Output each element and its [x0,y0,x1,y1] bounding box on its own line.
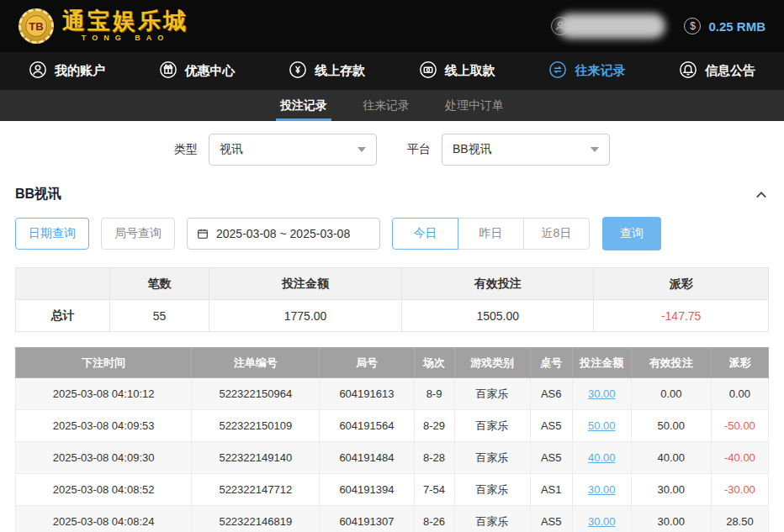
nav-item-promotions[interactable]: 优惠中心 [159,52,236,90]
transfer-records-icon [548,61,567,82]
summary-header-count: 笔数 [109,268,209,300]
tab-transaction-records[interactable]: 往来记录 [358,90,414,121]
tab-pending-orders[interactable]: 处理中订单 [441,90,508,121]
round-query-button[interactable]: 局号查询 [101,218,175,250]
cell-session: 8-28 [414,442,454,474]
date-range-input[interactable]: 2025-03-08 ~ 2025-03-08 [187,218,380,250]
summary-header-bet-amount: 投注金额 [209,268,402,300]
search-button[interactable]: 查询 [602,217,661,250]
announcement-icon [679,61,697,82]
quick-date-group: 今日 昨日 近8日 [392,218,590,250]
top-header: TB 通宝娱乐城 TONG BAO $ 0.25 RMB [0,0,784,52]
table-row: 2025-03-08 04:08:52 522322147712 6041913… [16,474,769,506]
nav-item-my-account[interactable]: 我的账户 [29,52,105,90]
today-button[interactable]: 今日 [392,218,458,250]
col-table-number: 桌号 [530,348,572,378]
yesterday-button[interactable]: 昨日 [458,218,524,250]
cell-order: 522322147712 [192,474,320,506]
cell-game: 百家乐 [454,474,530,506]
col-session: 场次 [414,348,454,378]
cell-order: 522322149140 [192,442,320,474]
bet-amount-link[interactable]: 50.00 [588,419,616,432]
type-dropdown-value: 视讯 [220,142,243,157]
logo[interactable]: TB 通宝娱乐城 TONG BAO [19,8,188,44]
date-query-button[interactable]: 日期查询 [15,218,89,250]
nav-item-label: 往来记录 [575,63,625,79]
type-dropdown[interactable]: 视讯 [209,134,377,166]
balance-amount: 0.25 RMB [708,19,765,34]
cell-table: AS5 [530,506,572,532]
cell-payout: -50.00 [711,410,768,442]
nav-item-transaction-records[interactable]: 往来记录 [548,52,625,90]
main-nav: 我的账户 优惠中心 线上存款 线上取款 往来记录 [0,52,784,90]
col-payout: 派彩 [711,348,768,378]
bet-amount-link[interactable]: 40.00 [588,451,616,464]
bet-amount-link[interactable]: 30.00 [588,483,616,496]
summary-header-valid-bet: 有效投注 [402,268,594,300]
logo-subtitle: TONG BAO [62,34,188,42]
cell-valid: 0.00 [631,378,711,410]
col-bet-amount: 投注金额 [572,348,631,378]
chevron-up-icon[interactable] [754,187,769,203]
dropdown-caret-icon [591,147,599,152]
logo-chip-icon: TB [19,8,54,44]
col-round-number: 局号 [320,348,414,378]
cell-payout: 28.50 [711,506,768,532]
cell-payout: -30.00 [711,474,768,506]
col-game-type: 游戏类别 [454,348,530,378]
cell-round: 604191484 [320,442,414,474]
summary-total-row: 总计 55 1775.00 1505.00 -147.75 [16,300,769,332]
table-row: 2025-03-08 04:08:24 522322146819 6041913… [16,506,769,532]
cell-session: 8-9 [414,378,454,410]
cell-time: 2025-03-08 04:09:30 [16,442,192,474]
platform-dropdown[interactable]: BB视讯 [442,134,610,166]
nav-item-label: 我的账户 [55,63,105,79]
cell-round: 604191394 [320,474,414,506]
logo-badge: TB [25,15,47,37]
filter-row: 类型 视讯 平台 BB视讯 [15,134,769,166]
cell-payout: -40.00 [711,442,768,474]
col-order-number: 注单编号 [192,348,320,378]
cell-time: 2025-03-08 04:09:53 [16,410,192,442]
cell-round: 604191307 [320,506,414,532]
nav-item-withdrawal[interactable]: 线上取款 [419,52,495,90]
user-icon [29,61,47,82]
platform-label: 平台 [407,142,431,157]
cell-order: 522322146819 [192,506,320,532]
summary-payout: -147.75 [594,300,769,332]
bet-amount-link[interactable]: 30.00 [588,387,616,400]
cell-payout: 0.00 [711,378,768,410]
deposit-icon [289,61,307,82]
cell-table: AS5 [530,410,572,442]
cell-round: 604191564 [320,410,414,442]
cell-game: 百家乐 [454,442,530,474]
logo-title: 通宝娱乐城 [62,9,188,33]
nav-item-deposit[interactable]: 线上存款 [289,52,365,90]
tab-betting-records[interactable]: 投注记录 [276,90,331,121]
gift-icon [159,61,177,82]
section-header: BB视讯 [15,186,769,203]
cell-table: AS6 [530,378,572,410]
cell-round: 604191613 [320,378,414,410]
col-bet-time: 下注时间 [16,348,192,378]
cell-valid: 30.00 [631,474,711,506]
bet-amount-link[interactable]: 30.00 [588,515,616,528]
summary-bet-amount: 1775.00 [209,300,402,332]
cell-time: 2025-03-08 04:10:12 [16,378,192,410]
platform-dropdown-value: BB视讯 [453,142,492,157]
cell-table: AS1 [530,474,572,506]
nav-item-announcements[interactable]: 信息公告 [679,52,755,90]
cell-game: 百家乐 [454,506,530,532]
summary-count: 55 [109,300,209,332]
cell-valid: 50.00 [631,410,711,442]
last-8-days-button[interactable]: 近8日 [523,218,590,250]
nav-item-label: 线上存款 [315,63,365,79]
redacted-username [558,13,665,39]
cell-order: 522322150109 [192,410,320,442]
withdraw-icon [419,61,437,82]
toolbar: 日期查询 局号查询 2025-03-08 ~ 2025-03-08 今日 昨日 … [15,217,769,250]
table-header-row: 下注时间 注单编号 局号 场次 游戏类别 桌号 投注金额 有效投注 派彩 [16,348,769,378]
cell-valid: 30.00 [631,506,711,532]
summary-header-blank [16,268,110,300]
cell-session: 7-54 [414,474,454,506]
